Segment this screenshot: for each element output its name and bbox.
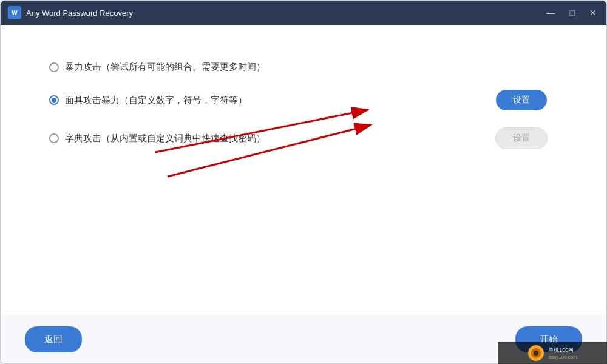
minimize-button[interactable]: — [544,7,558,18]
app-icon: W [8,6,21,19]
settings-active-button[interactable]: 设置 [496,90,547,110]
titlebar: W Any Word Password Recovery — □ ✕ [1,1,606,25]
option-row-mask-attack: 面具攻击暴力（自定义数字，符号，字符等） 设置 [49,90,558,110]
window-controls: — □ ✕ [544,7,599,18]
option-row-dictionary: 字典攻击（从内置或自定义词典中快速查找密码） 设置 [49,127,558,149]
radio-dictionary[interactable] [49,133,59,143]
back-button[interactable]: 返回 [25,326,82,352]
watermark: 单机100网 danji100.com [498,342,607,364]
app-title: Any Word Password Recovery [26,8,544,18]
label-brute-force[interactable]: 暴力攻击（尝试所有可能的组合。需要更多时间） [65,61,265,73]
radio-brute-force[interactable] [49,62,59,72]
label-mask-attack[interactable]: 面具攻击暴力（自定义数字，符号，字符等） [65,95,247,106]
watermark-site: danji100.com [548,354,577,360]
app-window: W Any Word Password Recovery — □ ✕ [0,0,607,364]
label-dictionary[interactable]: 字典攻击（从内置或自定义词典中快速查找密码） [65,133,265,144]
watermark-logo [527,345,544,362]
options-area: 暴力攻击（尝试所有可能的组合。需要更多时间） 面具攻击暴力（自定义数字，符号，字… [49,61,558,291]
maximize-button[interactable]: □ [568,7,577,18]
main-content: 暴力攻击（尝试所有可能的组合。需要更多时间） 面具攻击暴力（自定义数字，符号，字… [1,25,606,315]
option-row-brute-force: 暴力攻击（尝试所有可能的组合。需要更多时间） [49,61,558,73]
close-button[interactable]: ✕ [587,7,599,18]
watermark-version: 单机100网 [548,346,574,354]
svg-point-6 [534,351,538,356]
radio-mask-attack[interactable] [49,95,59,105]
settings-disabled-button: 设置 [495,127,548,149]
